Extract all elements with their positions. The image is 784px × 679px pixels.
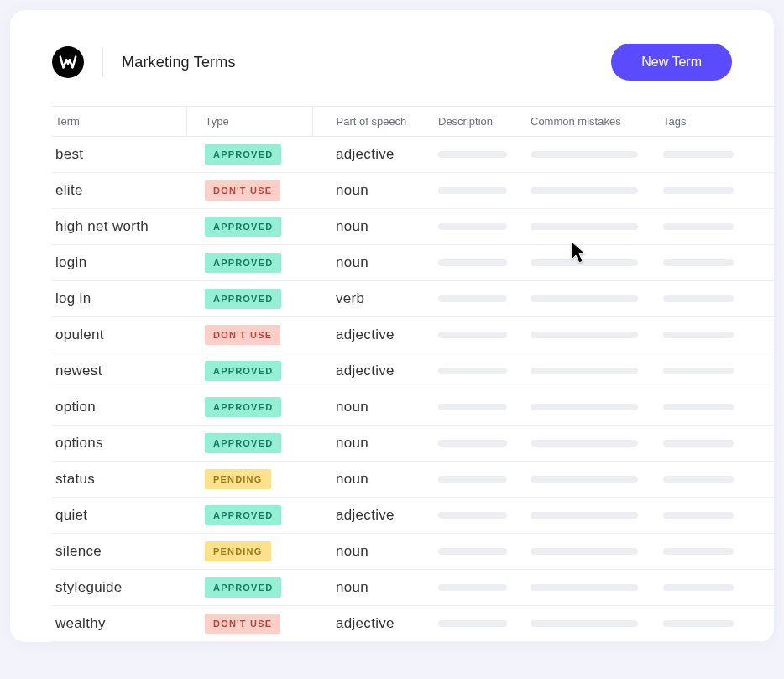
header-divider [102,47,103,77]
column-header-description[interactable]: Description [438,107,531,137]
table-row[interactable]: quietAPPROVEDadjective [52,498,774,534]
table-row[interactable]: optionsAPPROVEDnoun [52,426,774,462]
type-cell: APPROVED [186,498,312,534]
placeholder-bar [438,620,507,627]
type-cell: DON'T USE [186,606,312,642]
placeholder-bar [438,440,507,447]
status-badge: APPROVED [205,505,281,525]
placeholder-bar [531,584,638,591]
placeholder-bar [531,187,638,194]
placeholder-bar [438,151,507,158]
part-of-speech-cell: adjective [312,137,438,173]
term-cell: elite [52,173,186,209]
table-row[interactable]: styleguideAPPROVEDnoun [52,570,774,606]
table-row[interactable]: newestAPPROVEDadjective [52,353,774,389]
placeholder-bar [438,548,507,555]
tags-placeholder-cell [663,137,774,173]
part-of-speech-cell: noun [312,173,438,209]
term-cell: high net worth [52,209,186,245]
term-cell: quiet [52,498,186,534]
placeholder-bar [531,440,638,447]
mist-placeholder-cell [531,426,663,462]
status-badge: PENDING [205,469,271,489]
column-header-part-of-speech[interactable]: Part of speech [312,107,438,137]
status-badge: APPROVED [205,577,281,598]
column-header-term[interactable]: Term [52,107,186,137]
table-row[interactable]: opulentDON'T USEadjective [52,317,774,353]
desc-placeholder-cell [438,498,531,534]
desc-placeholder-cell [438,209,531,245]
status-badge: APPROVED [205,144,281,165]
placeholder-bar [438,223,507,230]
part-of-speech-cell: noun [312,426,438,462]
status-badge: DON'T USE [205,180,280,201]
part-of-speech-cell: adjective [312,317,438,353]
placeholder-bar [663,259,734,266]
table-row[interactable]: optionAPPROVEDnoun [52,389,774,426]
part-of-speech-cell: noun [312,209,438,245]
status-badge: APPROVED [205,361,281,381]
desc-placeholder-cell [438,462,531,498]
placeholder-bar [663,332,734,338]
status-badge: DON'T USE [205,325,280,345]
header-left: Marketing Terms [52,46,236,78]
tags-placeholder-cell [663,570,774,606]
type-cell: APPROVED [186,209,312,245]
tags-placeholder-cell [663,389,774,426]
column-header-type[interactable]: Type [186,107,312,137]
placeholder-bar [663,440,734,447]
part-of-speech-cell: noun [312,245,438,281]
placeholder-bar [663,512,734,519]
part-of-speech-cell: noun [312,389,438,426]
table-row[interactable]: statusPENDINGnoun [52,462,774,498]
term-cell: options [52,426,186,462]
type-cell: APPROVED [186,389,312,426]
mist-placeholder-cell [531,606,663,642]
placeholder-bar [438,512,507,519]
table-row[interactable]: high net worthAPPROVEDnoun [52,209,774,245]
placeholder-bar [663,223,734,230]
mist-placeholder-cell [531,498,663,534]
table-row[interactable]: log inAPPROVEDverb [52,281,774,317]
desc-placeholder-cell [438,534,531,570]
placeholder-bar [531,404,638,410]
desc-placeholder-cell [438,281,531,317]
type-cell: PENDING [186,462,312,498]
status-badge: PENDING [205,541,271,561]
term-cell: log in [52,281,186,317]
placeholder-bar [438,584,507,591]
type-cell: APPROVED [186,426,312,462]
table-row[interactable]: silencePENDINGnoun [52,534,774,570]
table-row[interactable]: loginAPPROVEDnoun [52,245,774,281]
tags-placeholder-cell [663,173,774,209]
status-badge: APPROVED [205,397,281,417]
placeholder-bar [531,548,638,555]
header: Marketing Terms New Term [10,10,774,106]
part-of-speech-cell: adjective [312,353,438,389]
brand-logo-icon [52,46,84,78]
type-cell: APPROVED [186,245,312,281]
desc-placeholder-cell [438,137,531,173]
placeholder-bar [438,259,507,266]
placeholder-bar [663,295,734,302]
terms-table: Term Type Part of speech Description Com… [52,106,774,642]
type-cell: DON'T USE [186,173,312,209]
column-header-tags[interactable]: Tags [663,107,774,137]
term-cell: silence [52,534,186,570]
desc-placeholder-cell [438,173,531,209]
terms-card: Marketing Terms New Term Term Type Part … [10,10,774,642]
placeholder-bar [438,332,507,338]
column-header-common-mistakes[interactable]: Common mistakes [531,107,663,137]
mist-placeholder-cell [531,317,663,353]
term-cell: opulent [52,317,186,353]
status-badge: APPROVED [205,433,281,453]
placeholder-bar [438,476,507,483]
term-cell: option [52,389,186,426]
table-row[interactable]: wealthyDON'T USEadjective [52,606,774,642]
table-row[interactable]: bestAPPROVEDadjective [52,137,774,173]
new-term-button[interactable]: New Term [611,44,732,81]
placeholder-bar [531,512,638,519]
placeholder-bar [663,584,734,591]
placeholder-bar [663,476,734,483]
table-row[interactable]: eliteDON'T USEnoun [52,173,774,209]
